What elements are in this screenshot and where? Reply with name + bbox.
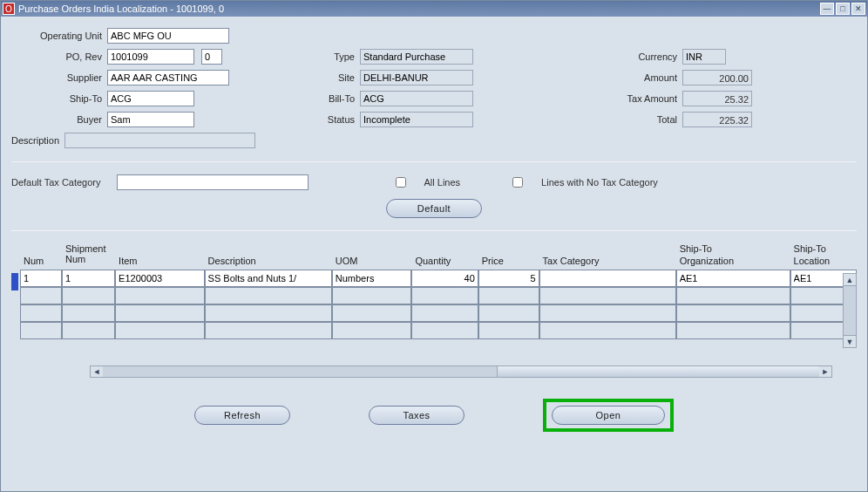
description-input[interactable] (64, 133, 255, 148)
cell-item[interactable] (115, 270, 205, 287)
total-value: 225.32 (682, 112, 752, 127)
currency-input (682, 49, 726, 65)
scroll-left-icon[interactable]: ◄ (91, 366, 103, 377)
ship-to-input[interactable] (107, 91, 194, 106)
type-label: Type (308, 51, 360, 62)
status-label: Status (308, 114, 360, 125)
horizontal-scrollbar[interactable]: ◄ ► (90, 366, 832, 378)
bill-to-input (360, 91, 473, 106)
table-row[interactable] (20, 304, 857, 322)
cell-num[interactable] (20, 270, 62, 287)
col-price: Price (478, 240, 539, 270)
cell-uom[interactable] (332, 270, 412, 287)
lines-no-tax-checkbox[interactable] (512, 177, 523, 188)
site-input (360, 70, 473, 85)
divider (11, 161, 857, 162)
col-uom: UOM (332, 240, 412, 270)
minimize-button[interactable]: — (820, 3, 834, 15)
amount-value: 200.00 (682, 70, 752, 85)
po-input[interactable] (107, 49, 194, 65)
col-quantity: Quantity (411, 240, 478, 270)
tax-amount-value: 25.32 (682, 91, 752, 106)
ship-to-label: Ship-To (11, 93, 107, 104)
po-india-localization-window: O Purchase Orders India Localization - 1… (0, 0, 868, 492)
all-lines-label: All Lines (424, 177, 461, 188)
currency-label: Currency (595, 51, 682, 62)
po-rev-label: PO, Rev (11, 51, 107, 62)
current-row-indicator-icon (11, 273, 18, 290)
maximize-button[interactable]: □ (836, 3, 850, 15)
titlebar: O Purchase Orders India Localization - 1… (1, 1, 867, 17)
table-row[interactable] (20, 270, 857, 287)
taxes-button[interactable]: Taxes (369, 406, 465, 425)
amount-label: Amount (595, 72, 682, 83)
buyer-input[interactable] (107, 112, 194, 127)
col-ship-to-org: Ship-ToOrganization (676, 240, 790, 270)
operating-unit-input[interactable] (107, 28, 229, 44)
lines-table-wrap: Num Shipment Num Item Description UOM Qu… (11, 240, 857, 339)
cell-desc[interactable] (205, 270, 332, 287)
scroll-up-icon[interactable]: ▲ (844, 274, 856, 286)
open-button-highlight: Open (543, 399, 674, 432)
tax-amount-label: Tax Amount (595, 93, 682, 104)
col-ship-to-loc: Ship-ToLocation (790, 240, 857, 270)
close-button[interactable]: ✕ (851, 3, 865, 15)
refresh-button[interactable]: Refresh (194, 406, 290, 425)
description-label: Description (11, 135, 64, 146)
col-description: Description (205, 240, 332, 270)
scroll-right-icon[interactable]: ► (819, 366, 831, 377)
col-tax-category: Tax Category (539, 240, 676, 270)
vertical-scrollbar[interactable]: ▲ ▼ (843, 273, 857, 348)
open-button[interactable]: Open (552, 406, 665, 425)
scroll-thumb[interactable] (497, 366, 819, 377)
col-num: Num (20, 240, 62, 270)
default-tax-category-label: Default Tax Category (11, 177, 101, 188)
scroll-down-icon[interactable]: ▼ (844, 335, 856, 347)
operating-unit-label: Operating Unit (11, 31, 107, 41)
lines-table: Num Shipment Num Item Description UOM Qu… (20, 240, 857, 339)
col-shipment-num: Shipment Num (62, 240, 115, 270)
cell-shipnum[interactable] (62, 270, 115, 287)
site-label: Site (308, 72, 360, 83)
table-row[interactable] (20, 322, 857, 339)
cell-shiporg[interactable] (676, 270, 790, 287)
divider-2 (11, 230, 857, 231)
all-lines-checkbox[interactable] (396, 177, 406, 188)
buyer-label: Buyer (11, 114, 107, 125)
bill-to-label: Bill-To (308, 93, 360, 104)
col-item: Item (115, 240, 205, 270)
oracle-logo-icon: O (3, 3, 15, 15)
window-title: Purchase Orders India Localization - 100… (18, 3, 820, 14)
cell-taxcat[interactable] (539, 270, 676, 287)
status-input (360, 112, 473, 127)
default-tax-category-input[interactable] (117, 174, 309, 190)
cell-qty[interactable] (411, 270, 478, 287)
cell-price[interactable] (478, 270, 539, 287)
lines-no-tax-label: Lines with No Tax Category (541, 177, 658, 188)
total-label: Total (595, 114, 682, 125)
table-row[interactable] (20, 287, 857, 304)
default-button[interactable]: Default (386, 199, 482, 218)
supplier-input[interactable] (107, 70, 229, 85)
type-input (360, 49, 473, 65)
rev-input[interactable] (201, 49, 222, 65)
supplier-label: Supplier (11, 72, 107, 83)
